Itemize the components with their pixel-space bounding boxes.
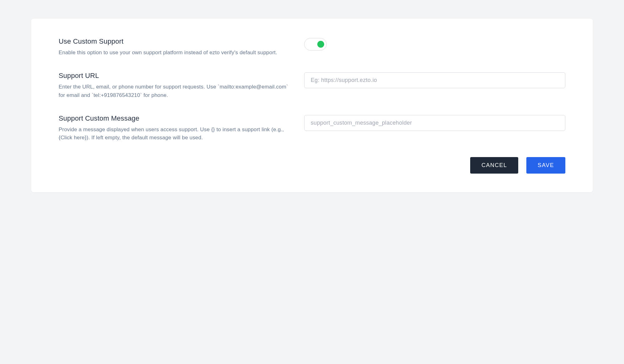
use-custom-support-label-col: Use Custom Support Enable this option to… (59, 37, 292, 57)
support-url-title: Support URL (59, 72, 292, 80)
support-custom-message-input-col (304, 114, 565, 131)
save-button[interactable]: SAVE (526, 157, 565, 174)
use-custom-support-title: Use Custom Support (59, 37, 292, 46)
use-custom-support-row: Use Custom Support Enable this option to… (59, 37, 565, 57)
use-custom-support-input-col (304, 37, 565, 52)
support-custom-message-input[interactable] (304, 115, 565, 131)
settings-card: Use Custom Support Enable this option to… (31, 19, 593, 192)
support-url-input[interactable] (304, 72, 565, 88)
button-row: CANCEL SAVE (59, 157, 565, 174)
use-custom-support-description: Enable this option to use your own suppo… (59, 49, 292, 57)
support-url-description: Enter the URL, email, or phone number fo… (59, 83, 292, 99)
use-custom-support-toggle[interactable] (304, 38, 327, 50)
cancel-button[interactable]: CANCEL (470, 157, 518, 174)
support-custom-message-row: Support Custom Message Provide a message… (59, 114, 565, 142)
support-custom-message-description: Provide a message displayed when users a… (59, 126, 292, 142)
support-custom-message-label-col: Support Custom Message Provide a message… (59, 114, 292, 142)
support-url-input-col (304, 72, 565, 88)
support-custom-message-title: Support Custom Message (59, 114, 292, 122)
support-url-row: Support URL Enter the URL, email, or pho… (59, 72, 565, 99)
support-url-label-col: Support URL Enter the URL, email, or pho… (59, 72, 292, 99)
toggle-knob (317, 41, 324, 48)
